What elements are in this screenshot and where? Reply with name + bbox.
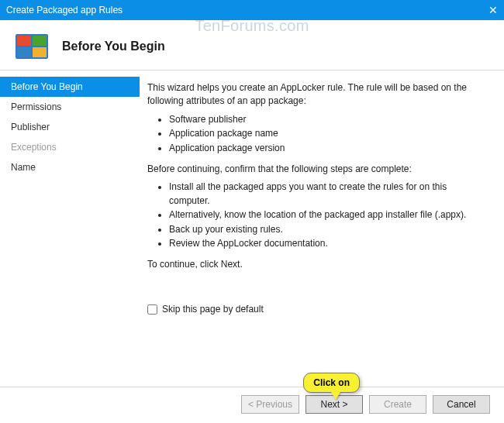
callout-tail-icon — [331, 392, 340, 400]
close-icon[interactable]: ✕ — [475, 4, 498, 16]
create-button: Create — [369, 395, 426, 414]
wizard-body: Before You Begin Permissions Publisher E… — [0, 70, 504, 387]
titlebar: Create Packaged app Rules ✕ — [0, 0, 504, 20]
skip-row: Skip this page by default — [147, 303, 478, 316]
intro-text: This wizard helps you create an AppLocke… — [147, 81, 478, 108]
skip-label[interactable]: Skip this page by default — [162, 303, 264, 316]
list-item: Back up your existing rules. — [169, 223, 478, 236]
previous-button: < Previous — [241, 395, 299, 414]
list-item: Application package version — [169, 142, 478, 155]
sidebar-item-publisher[interactable]: Publisher — [0, 117, 140, 137]
wizard-sidebar: Before You Begin Permissions Publisher E… — [0, 70, 140, 387]
continue-text: To continue, click Next. — [147, 258, 478, 271]
sidebar-item-name[interactable]: Name — [0, 157, 140, 177]
callout-annotation: Click on — [303, 373, 360, 393]
wizard-header: Before You Begin — [0, 20, 504, 70]
list-item: Alternatively, know the location of the … — [169, 208, 478, 222]
steps-list: Install all the packaged apps you want t… — [169, 181, 478, 250]
attribute-list: Software publisher Application package n… — [169, 113, 478, 155]
wizard-content: This wizard helps you create an AppLocke… — [140, 70, 504, 387]
sidebar-item-permissions[interactable]: Permissions — [0, 97, 140, 117]
list-item: Application package name — [169, 127, 478, 140]
callout-text: Click on — [303, 373, 360, 393]
applocker-icon — [16, 34, 48, 59]
cancel-button[interactable]: Cancel — [433, 395, 490, 414]
sidebar-item-before-you-begin[interactable]: Before You Begin — [0, 77, 140, 97]
page-title: Before You Begin — [62, 40, 165, 53]
list-item: Review the AppLocker documentation. — [169, 237, 478, 250]
wizard-footer: Click on < Previous Next > Create Cancel — [0, 387, 504, 421]
window-title: Create Packaged app Rules — [6, 5, 475, 15]
sidebar-item-exceptions: Exceptions — [0, 137, 140, 157]
list-item: Install all the packaged apps you want t… — [169, 181, 478, 208]
list-item: Software publisher — [169, 113, 478, 126]
confirm-text: Before continuing, confirm that the foll… — [147, 163, 478, 176]
skip-checkbox[interactable] — [147, 304, 157, 315]
